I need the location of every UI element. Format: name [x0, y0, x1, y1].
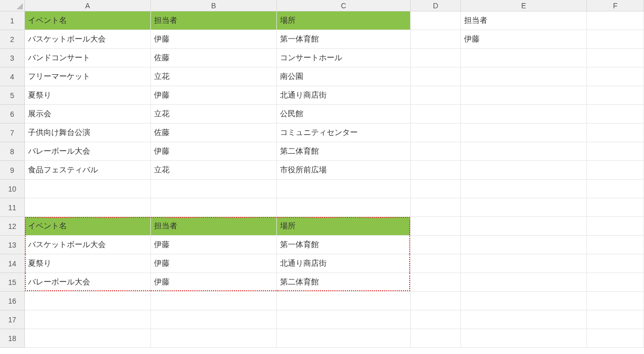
cell-B6[interactable]: 立花 — [151, 105, 277, 124]
cell-F6[interactable] — [587, 105, 644, 124]
row-header[interactable]: 1 — [0, 11, 25, 30]
cell-A11[interactable] — [25, 198, 151, 217]
cell-E5[interactable] — [461, 86, 587, 105]
cell-A5[interactable]: 夏祭り — [25, 86, 151, 105]
col-header-C[interactable]: C — [277, 0, 411, 11]
col-header-A[interactable]: A — [25, 0, 151, 11]
cell-B3[interactable]: 佐藤 — [151, 49, 277, 67]
cell-D1[interactable] — [411, 11, 461, 30]
cell-F5[interactable] — [587, 86, 644, 105]
cell-D12[interactable] — [411, 217, 461, 236]
cell-E4[interactable] — [461, 67, 587, 86]
cell-D11[interactable] — [411, 198, 461, 217]
row-header[interactable]: 7 — [0, 124, 25, 142]
cell-E10[interactable] — [461, 180, 587, 198]
row-header[interactable]: 3 — [0, 49, 25, 67]
row-header[interactable]: 8 — [0, 142, 25, 161]
cell-B14[interactable]: 伊藤 — [151, 254, 277, 273]
cell-A6[interactable]: 展示会 — [25, 105, 151, 124]
cell-D9[interactable] — [411, 161, 461, 180]
cell-A12[interactable]: イベント名 — [25, 217, 151, 236]
cell-C3[interactable]: コンサートホール — [277, 49, 411, 67]
cell-F9[interactable] — [587, 161, 644, 180]
cell-F7[interactable] — [587, 124, 644, 142]
row-header[interactable]: 14 — [0, 254, 25, 273]
cell-A14[interactable]: 夏祭り — [25, 254, 151, 273]
cell-B8[interactable]: 伊藤 — [151, 142, 277, 161]
cell-B13[interactable]: 伊藤 — [151, 236, 277, 254]
cell-E16[interactable] — [461, 292, 587, 310]
row-header[interactable]: 15 — [0, 273, 25, 292]
row-header[interactable]: 4 — [0, 67, 25, 86]
cell-F4[interactable] — [587, 67, 644, 86]
col-header-B[interactable]: B — [151, 0, 277, 11]
row-header[interactable]: 5 — [0, 86, 25, 105]
cell-B5[interactable]: 伊藤 — [151, 86, 277, 105]
cell-A16[interactable] — [25, 292, 151, 310]
cell-E2[interactable]: 伊藤 — [461, 30, 587, 49]
cell-E13[interactable] — [461, 236, 587, 254]
cell-C6[interactable]: 公民館 — [277, 105, 411, 124]
cell-D13[interactable] — [411, 236, 461, 254]
cell-C11[interactable] — [277, 198, 411, 217]
cell-C4[interactable]: 南公園 — [277, 67, 411, 86]
row-header[interactable]: 10 — [0, 180, 25, 198]
cell-A10[interactable] — [25, 180, 151, 198]
cell-E17[interactable] — [461, 310, 587, 329]
row-header[interactable]: 16 — [0, 292, 25, 310]
cell-B15[interactable]: 伊藤 — [151, 273, 277, 292]
cell-E6[interactable] — [461, 105, 587, 124]
cell-A8[interactable]: バレーボール大会 — [25, 142, 151, 161]
cell-B16[interactable] — [151, 292, 277, 310]
cell-A1[interactable]: イベント名 — [25, 11, 151, 30]
cell-B12[interactable]: 担当者 — [151, 217, 277, 236]
cell-C15[interactable]: 第二体育館 — [277, 273, 411, 292]
cell-E3[interactable] — [461, 49, 587, 67]
cell-C9[interactable]: 市役所前広場 — [277, 161, 411, 180]
cell-D15[interactable] — [411, 273, 461, 292]
cell-C18[interactable] — [277, 329, 411, 348]
cell-B10[interactable] — [151, 180, 277, 198]
cell-B4[interactable]: 立花 — [151, 67, 277, 86]
cell-F17[interactable] — [587, 310, 644, 329]
cell-F12[interactable] — [587, 217, 644, 236]
cell-D17[interactable] — [411, 310, 461, 329]
cell-B2[interactable]: 伊藤 — [151, 30, 277, 49]
cell-D14[interactable] — [411, 254, 461, 273]
col-header-D[interactable]: D — [411, 0, 461, 11]
cell-D7[interactable] — [411, 124, 461, 142]
cell-F16[interactable] — [587, 292, 644, 310]
cell-C13[interactable]: 第一体育館 — [277, 236, 411, 254]
cell-E14[interactable] — [461, 254, 587, 273]
cell-D10[interactable] — [411, 180, 461, 198]
row-header[interactable]: 12 — [0, 217, 25, 236]
cell-F15[interactable] — [587, 273, 644, 292]
cell-E11[interactable] — [461, 198, 587, 217]
cell-A3[interactable]: バンドコンサート — [25, 49, 151, 67]
cell-A4[interactable]: フリーマーケット — [25, 67, 151, 86]
row-header[interactable]: 9 — [0, 161, 25, 180]
cell-B7[interactable]: 佐藤 — [151, 124, 277, 142]
cell-F11[interactable] — [587, 198, 644, 217]
cell-B18[interactable] — [151, 329, 277, 348]
cell-D4[interactable] — [411, 67, 461, 86]
cell-F13[interactable] — [587, 236, 644, 254]
cell-E1[interactable]: 担当者 — [461, 11, 587, 30]
cell-E18[interactable] — [461, 329, 587, 348]
cell-A17[interactable] — [25, 310, 151, 329]
cell-F3[interactable] — [587, 49, 644, 67]
cell-C5[interactable]: 北通り商店街 — [277, 86, 411, 105]
row-header[interactable]: 17 — [0, 310, 25, 329]
row-header[interactable]: 11 — [0, 198, 25, 217]
cell-C12[interactable]: 場所 — [277, 217, 411, 236]
row-header[interactable]: 2 — [0, 30, 25, 49]
cell-C2[interactable]: 第一体育館 — [277, 30, 411, 49]
cell-A7[interactable]: 子供向け舞台公演 — [25, 124, 151, 142]
cell-C16[interactable] — [277, 292, 411, 310]
cell-D6[interactable] — [411, 105, 461, 124]
cell-A18[interactable] — [25, 329, 151, 348]
cell-F10[interactable] — [587, 180, 644, 198]
cell-B1[interactable]: 担当者 — [151, 11, 277, 30]
row-header[interactable]: 18 — [0, 329, 25, 348]
cell-F18[interactable] — [587, 329, 644, 348]
